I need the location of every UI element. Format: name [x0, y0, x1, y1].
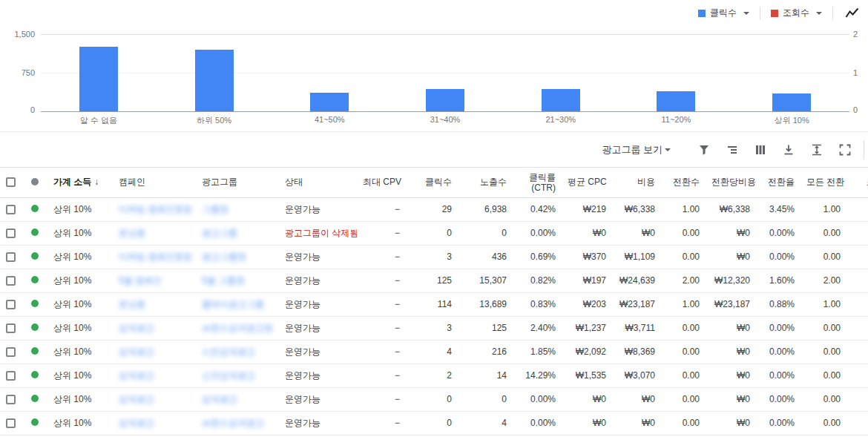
filter-button[interactable] — [690, 137, 718, 162]
campaign-link[interactable]: 검색광고 — [119, 418, 154, 428]
row-checkbox[interactable] — [6, 395, 16, 404]
clicks-bar[interactable] — [310, 93, 349, 111]
adgroups-table: 가계 소득↓ 캠페인 광고그룹 상태 최대 CPV 클릭수 노출수 클릭률(CT… — [0, 168, 868, 436]
adgroup-link[interactable]: 브랜드검색광고명 — [202, 323, 273, 333]
chart-bar-slot — [734, 34, 849, 111]
clicks-bar[interactable] — [79, 47, 118, 111]
column-header-income[interactable]: 가계 소득↓ — [47, 168, 113, 197]
campaign-link[interactable]: 마케팅 캠페인명칭 — [119, 252, 192, 262]
adgroup-link[interactable]: 브랜드검색광고 — [202, 418, 264, 428]
row-checkbox[interactable] — [6, 229, 16, 238]
column-header-status[interactable]: 상태 — [279, 168, 357, 197]
status-column-icon — [31, 178, 39, 185]
campaign-link[interactable]: 마케팅 캠페인명칭 — [119, 204, 192, 214]
campaign-link[interactable]: 본상품 — [119, 299, 145, 309]
chart-bar-slot — [272, 34, 387, 111]
legend-divider — [832, 7, 833, 20]
row-checkbox[interactable] — [6, 300, 16, 309]
chart-type-button[interactable] — [841, 6, 864, 20]
enabled-status-dot[interactable] — [31, 252, 39, 260]
conversions-cell: 1.00 — [661, 197, 706, 221]
column-header-impressions[interactable]: 노출수 — [458, 168, 513, 197]
row-checkbox[interactable] — [6, 276, 16, 286]
enabled-status-dot[interactable] — [31, 347, 39, 355]
column-header-ctr[interactable]: 클릭률(CTR) — [513, 168, 562, 197]
enabled-status-dot[interactable] — [31, 205, 39, 212]
impressions-cell: 0 — [458, 387, 513, 411]
campaign-link[interactable]: 검색광고 — [119, 370, 154, 381]
avg-cpc-cell: ₩219 — [562, 197, 612, 221]
all-conv-cell: 0.00 — [800, 316, 846, 340]
row-checkbox[interactable] — [6, 418, 16, 428]
column-header-clicks[interactable]: 클릭수 — [406, 168, 458, 197]
column-header-campaign[interactable]: 캠페인 — [113, 168, 196, 197]
cost-per-conv-cell: ₩0 — [706, 411, 756, 435]
checkbox-cell — [0, 340, 25, 364]
enabled-status-dot[interactable] — [31, 300, 39, 307]
row-height-button[interactable] — [803, 137, 831, 162]
campaign-link[interactable]: 5월 캠페인 — [119, 275, 162, 286]
column-header-trailing[interactable]: 조회 — [846, 168, 868, 197]
column-header-all-conv[interactable]: 모든 전환 — [800, 168, 846, 197]
clicks-cell: 3 — [406, 245, 458, 269]
campaign-cell: 마케팅 캠페인명칭 — [113, 245, 196, 269]
clicks-bar[interactable] — [542, 89, 580, 112]
adgroup-link[interactable]: 광고그룹명 — [202, 252, 246, 262]
impressions-cell: 125 — [458, 316, 513, 340]
max-cpv-cell: − — [357, 387, 406, 411]
select-all-checkbox[interactable] — [6, 177, 16, 187]
clicks-bar[interactable] — [426, 89, 464, 112]
column-header-avg-cpc[interactable]: 평균 CPC — [562, 168, 612, 197]
clicks-cell: 0 — [406, 387, 458, 411]
y-axis-left-tick: 1,500 — [1, 30, 35, 39]
enabled-status-dot[interactable] — [31, 395, 39, 402]
columns-button[interactable] — [746, 137, 775, 162]
adgroup-cell: 시즌검색광고 — [196, 340, 279, 364]
row-checkbox[interactable] — [6, 205, 16, 214]
clicks-bar[interactable] — [195, 50, 234, 111]
avg-cpc-cell: ₩2,092 — [562, 340, 612, 364]
campaign-link[interactable]: 검색광고 — [119, 323, 154, 333]
legend-views-label: 조회수 — [783, 7, 809, 19]
column-header-conversions[interactable]: 전환수 — [661, 168, 706, 197]
campaign-link[interactable]: 검색광고 — [119, 394, 154, 404]
all-conv-cell: 1.00 — [800, 292, 846, 316]
enabled-status-dot[interactable] — [31, 371, 39, 378]
legend-item-views[interactable]: 조회수 — [768, 5, 825, 21]
column-header-cost[interactable]: 비용 — [612, 168, 661, 197]
campaign-link[interactable]: 검색광고 — [119, 346, 154, 357]
view-selector-dropdown[interactable]: 광고그룹 보기 — [602, 143, 671, 157]
campaign-link[interactable]: 본상품 — [119, 228, 145, 238]
row-checkbox[interactable] — [6, 347, 16, 357]
enabled-status-dot[interactable] — [31, 418, 39, 426]
fullscreen-button[interactable] — [831, 137, 859, 162]
segment-button[interactable] — [718, 137, 746, 162]
row-checkbox[interactable] — [6, 323, 16, 333]
chart-legend: 클릭수 조회수 — [695, 5, 864, 21]
column-header-max-cpv[interactable]: 최대 CPV — [357, 168, 406, 197]
adgroup-link[interactable]: 시즌검색광고 — [202, 346, 255, 357]
legend-item-clicks[interactable]: 클릭수 — [695, 5, 752, 21]
enabled-status-dot[interactable] — [31, 276, 39, 283]
row-checkbox[interactable] — [6, 252, 16, 262]
column-header-cost-per-conv[interactable]: 전환당비용 — [706, 168, 756, 197]
enabled-status-dot[interactable] — [31, 323, 39, 331]
adgroup-link[interactable]: 광고그룹 — [202, 228, 237, 238]
adgroup-link[interactable]: 5월 그룹명 — [202, 275, 245, 286]
enabled-status-dot[interactable] — [31, 229, 39, 236]
adgroup-link[interactable]: 신규검색광고 — [202, 370, 255, 381]
adgroup-link[interactable]: 클래식광고그룹 — [202, 299, 264, 309]
column-header-adgroup[interactable]: 광고그룹 — [196, 168, 279, 197]
row-checkbox[interactable] — [6, 371, 16, 381]
impressions-cell: 15,307 — [458, 269, 513, 292]
chart-bar-slot — [503, 34, 619, 111]
clicks-bar[interactable] — [657, 91, 695, 111]
adgroup-link[interactable]: 검색광고 — [202, 394, 237, 404]
avg-cpc-cell: ₩197 — [562, 269, 612, 292]
download-button[interactable] — [775, 137, 803, 162]
adgroup-link[interactable]: 그룹명 — [202, 204, 228, 214]
status-text: 운영가능 — [285, 323, 320, 333]
column-header-conv-rate[interactable]: 전환율 — [756, 168, 800, 197]
checkbox-cell — [0, 316, 25, 340]
clicks-bar[interactable] — [772, 93, 811, 111]
